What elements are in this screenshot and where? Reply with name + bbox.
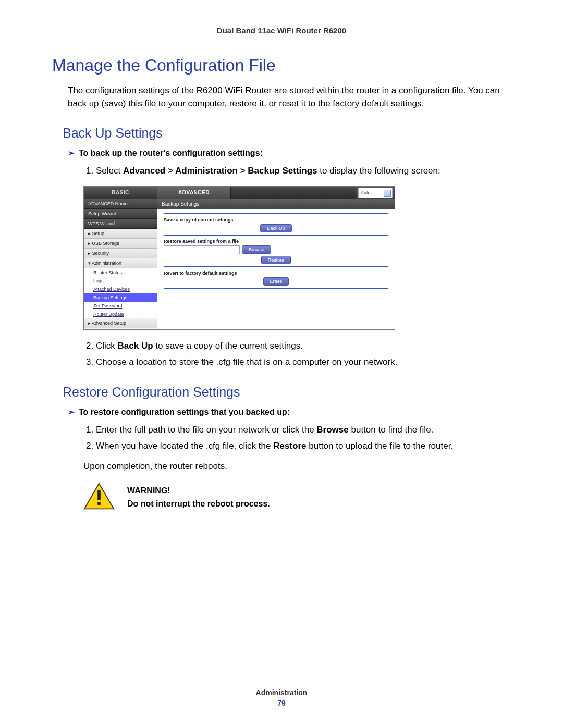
tab-spacer bbox=[231, 187, 356, 199]
router-sidebar: ADVANCED Home Setup Wizard WPS Wizard ▸ … bbox=[84, 199, 157, 329]
sidebar-sub-router-status[interactable]: Router Status bbox=[84, 268, 157, 277]
footer-page-number: 79 bbox=[52, 699, 511, 707]
warning-icon bbox=[83, 482, 115, 512]
backup-task-text: To back up the router's configuration se… bbox=[79, 149, 263, 157]
backup-button[interactable]: Back Up bbox=[260, 224, 291, 232]
separator bbox=[164, 288, 388, 289]
sidebar-sub-set-password[interactable]: Set Password bbox=[84, 302, 157, 310]
sidebar-item-usb-storage[interactable]: ▸ USB Storage bbox=[84, 239, 157, 249]
backup-step-1: Select Advanced > Administration > Backu… bbox=[96, 164, 511, 178]
sidebar-item-administration[interactable]: ▾ Administration bbox=[84, 258, 157, 268]
sidebar-sub-backup-settings[interactable]: Backup Settings bbox=[84, 293, 157, 302]
sidebar-item-wps-wizard[interactable]: WPS Wizard bbox=[84, 219, 157, 229]
sidebar-item-security[interactable]: ▸ Security bbox=[84, 249, 157, 258]
restore-task: ➢To restore configuration settings that … bbox=[68, 407, 511, 417]
warning-label: WARNING! bbox=[127, 484, 270, 498]
step-text: to save a copy of the current settings. bbox=[153, 341, 303, 351]
step-bold: Browse bbox=[316, 425, 348, 435]
backup-task: ➢To back up the router's configuration s… bbox=[68, 148, 511, 158]
step-text: When you have located the .cfg file, cli… bbox=[96, 441, 273, 451]
restore-step-1: Enter the full path to the file on your … bbox=[96, 423, 511, 437]
warning-text: Do not interrupt the reboot process. bbox=[127, 497, 270, 511]
step-text: Click bbox=[96, 341, 118, 351]
intro-paragraph: The configuration settings of the R6200 … bbox=[68, 84, 511, 110]
sidebar-sub-attached-devices[interactable]: Attached Devices bbox=[84, 285, 157, 293]
backup-heading: Back Up Settings bbox=[63, 126, 511, 141]
separator bbox=[164, 213, 388, 214]
restore-button[interactable]: Restore bbox=[261, 256, 291, 264]
erase-button[interactable]: Erase bbox=[263, 277, 289, 286]
warning-block: WARNING! Do not interrupt the reboot pro… bbox=[83, 482, 511, 512]
svg-rect-2 bbox=[97, 502, 101, 505]
browse-button[interactable]: Browse bbox=[242, 245, 271, 254]
restore-steps: Enter the full path to the file on your … bbox=[83, 423, 511, 453]
content-title: Backup Settings bbox=[157, 199, 395, 209]
tab-advanced[interactable]: ADVANCED bbox=[157, 187, 231, 199]
step-bold: Advanced > Administration > Backup Setti… bbox=[123, 166, 317, 176]
backup-step-2: Click Back Up to save a copy of the curr… bbox=[96, 339, 511, 353]
sidebar-item-advanced-home[interactable]: ADVANCED Home bbox=[84, 199, 157, 209]
router-ui-screenshot: BASIC ADVANCED Auto ADVANCED Home Setup … bbox=[83, 186, 395, 330]
backup-steps: Select Advanced > Administration > Backu… bbox=[83, 164, 511, 178]
document-header: Dual Band 11ac WiFi Router R6200 bbox=[52, 26, 511, 35]
sidebar-item-advanced-setup[interactable]: ▸ Advanced Setup bbox=[84, 318, 157, 328]
chevron-icon: ➢ bbox=[68, 408, 75, 416]
separator bbox=[164, 235, 388, 236]
router-content: Backup Settings Save a copy of current s… bbox=[157, 199, 395, 329]
step-text: Enter the full path to the file on your … bbox=[96, 425, 316, 435]
tab-basic[interactable]: BASIC bbox=[84, 187, 157, 199]
sidebar-item-setup-wizard[interactable]: Setup Wizard bbox=[84, 209, 157, 219]
step-text: Select bbox=[96, 166, 123, 176]
sidebar-sub-logs[interactable]: Logs bbox=[84, 277, 157, 285]
svg-rect-1 bbox=[97, 490, 101, 500]
step-bold: Restore bbox=[273, 441, 306, 451]
completion-text: Upon completion, the router reboots. bbox=[83, 461, 511, 472]
revert-label: Revert to factory default settings bbox=[164, 270, 388, 276]
step-text: button to upload the file to the router. bbox=[307, 441, 454, 451]
step-text: to display the following screen: bbox=[317, 166, 440, 176]
sidebar-item-setup[interactable]: ▸ Setup bbox=[84, 229, 157, 239]
save-label: Save a copy of current settings bbox=[164, 217, 388, 223]
restore-label: Restore saved settings from a file bbox=[164, 239, 388, 244]
file-path-input[interactable] bbox=[164, 245, 240, 254]
page-footer: Administration 79 bbox=[52, 681, 511, 707]
step-bold: Back Up bbox=[118, 341, 153, 351]
auto-dropdown[interactable]: Auto bbox=[358, 188, 393, 198]
footer-section: Administration bbox=[52, 688, 511, 697]
separator bbox=[164, 266, 388, 267]
restore-task-text: To restore configuration settings that y… bbox=[79, 408, 290, 416]
chevron-icon: ➢ bbox=[68, 149, 75, 157]
sidebar-sub-router-update[interactable]: Router Update bbox=[84, 310, 157, 318]
restore-step-2: When you have located the .cfg file, cli… bbox=[96, 439, 511, 453]
restore-heading: Restore Configuration Settings bbox=[63, 385, 511, 400]
page-title-h1: Manage the Configuration File bbox=[52, 56, 511, 75]
backup-step-3: Choose a location to store the .cfg file… bbox=[96, 355, 511, 369]
backup-steps-continued: Click Back Up to save a copy of the curr… bbox=[83, 339, 511, 369]
step-text: button to find the file. bbox=[349, 425, 434, 435]
